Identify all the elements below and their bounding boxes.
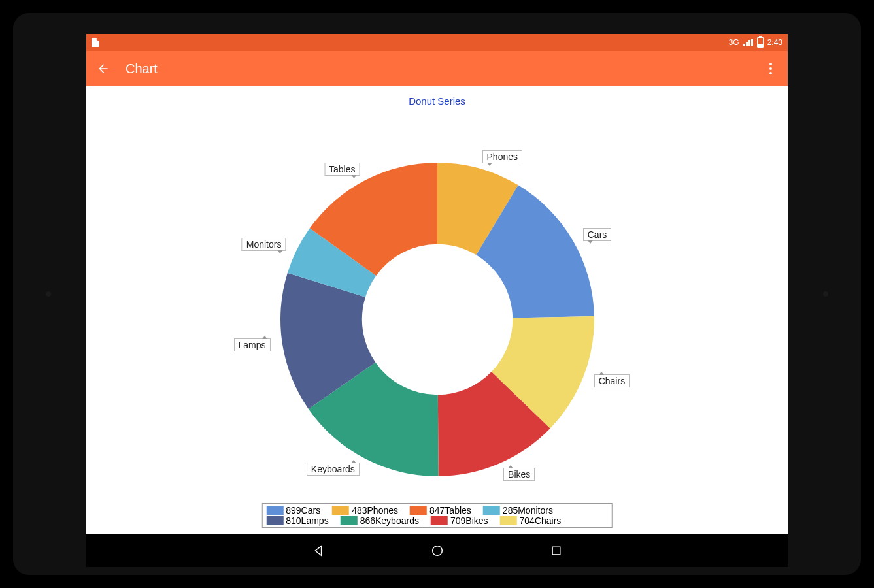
- legend-swatch: [500, 516, 517, 525]
- signal-icon: [743, 39, 753, 46]
- status-bar: 3G 2:43: [86, 34, 788, 51]
- more-menu-button[interactable]: [764, 62, 777, 75]
- slice-label-chairs: Chairs: [594, 374, 630, 387]
- slice-label-monitors: Monitors: [242, 238, 286, 251]
- legend-label: 899Cars: [286, 505, 320, 515]
- legend-label: 709Bikes: [450, 515, 488, 526]
- legend-label: 810Lamps: [286, 515, 328, 526]
- page-title: Chart: [126, 61, 158, 76]
- back-button[interactable]: [97, 62, 110, 75]
- camera-left: [46, 291, 51, 297]
- legend-item[interactable]: 899Cars: [266, 505, 320, 515]
- slice-label-lamps: Lamps: [233, 338, 270, 351]
- legend-swatch: [483, 506, 500, 515]
- slice-label-bikes: Bikes: [503, 468, 535, 481]
- legend-swatch: [341, 516, 358, 525]
- legend-label: 704Chairs: [520, 515, 562, 526]
- tablet-frame: 3G 2:43 Chart Donut Series PhonesCarsCha…: [0, 0, 874, 588]
- legend-label: 285Monitors: [503, 505, 553, 515]
- sdcard-icon: [92, 38, 99, 47]
- legend-item[interactable]: 704Chairs: [500, 515, 562, 526]
- legend-label: 483Phones: [352, 505, 398, 515]
- android-nav-bar: [86, 534, 788, 567]
- slice-label-tables: Tables: [324, 163, 360, 176]
- legend-swatch: [332, 506, 349, 515]
- legend-swatch: [266, 506, 283, 515]
- slice-label-cars: Cars: [583, 228, 612, 241]
- legend-label: 866Keyboards: [360, 515, 419, 526]
- battery-icon: [757, 37, 764, 48]
- nav-home-button[interactable]: [430, 544, 445, 558]
- clock-label: 2:43: [767, 38, 782, 47]
- legend-item[interactable]: 483Phones: [332, 505, 398, 515]
- legend-item[interactable]: 709Bikes: [431, 515, 488, 526]
- legend-item[interactable]: 847Tables: [410, 505, 471, 515]
- legend: 899Cars483Phones847Tables285Monitors810L…: [261, 503, 613, 528]
- donut-chart: PhonesCarsChairsBikesKeyboardsLampsMonit…: [274, 156, 601, 483]
- legend-swatch: [266, 516, 283, 525]
- svg-rect-1: [552, 547, 560, 555]
- chart-title: Donut Series: [409, 95, 465, 106]
- legend-swatch: [410, 506, 427, 515]
- nav-back-button[interactable]: [311, 544, 326, 558]
- legend-item[interactable]: 810Lamps: [266, 515, 328, 526]
- nav-recent-button[interactable]: [549, 544, 563, 558]
- network-type-label: 3G: [729, 38, 739, 47]
- legend-label: 847Tables: [429, 505, 471, 515]
- slice-label-phones: Phones: [482, 150, 522, 163]
- chart-area: Donut Series PhonesCarsChairsBikesKeyboa…: [86, 86, 788, 534]
- camera-right: [823, 291, 828, 297]
- app-bar: Chart: [86, 51, 788, 86]
- svg-point-0: [432, 546, 442, 556]
- legend-item[interactable]: 866Keyboards: [341, 515, 419, 526]
- legend-swatch: [431, 516, 448, 525]
- screen: 3G 2:43 Chart Donut Series PhonesCarsCha…: [86, 34, 788, 534]
- legend-item[interactable]: 285Monitors: [483, 505, 553, 515]
- slice-label-keyboards: Keyboards: [307, 463, 360, 476]
